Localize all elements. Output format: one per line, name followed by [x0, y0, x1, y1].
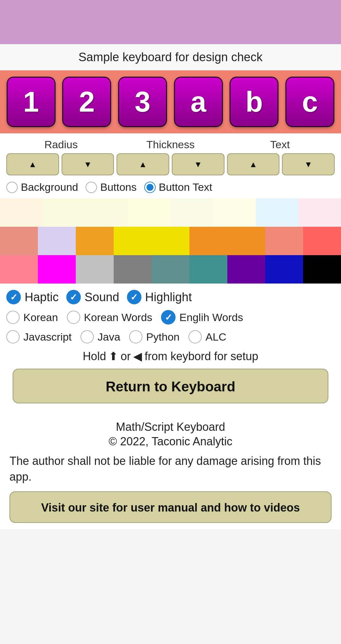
java-radio[interactable] — [81, 330, 94, 343]
buttons-radio-label: Buttons — [100, 181, 136, 193]
radius-up-button[interactable]: ▲ — [6, 153, 59, 175]
color-cell[interactable] — [265, 227, 303, 255]
color-cell[interactable] — [303, 227, 341, 255]
thickness-down-button[interactable]: ▼ — [172, 153, 224, 175]
background-radio-circle[interactable] — [6, 182, 18, 193]
palette-row-3 — [0, 255, 341, 284]
python-option[interactable]: Python — [129, 330, 180, 343]
javascript-radio[interactable] — [6, 330, 20, 343]
button-text-radio-circle[interactable] — [144, 182, 156, 193]
thickness-up-button[interactable]: ▲ — [117, 153, 169, 175]
highlight-checkbox[interactable] — [127, 290, 141, 304]
background-radio-option[interactable]: Background — [6, 181, 78, 193]
button-text-radio-label: Button Text — [159, 181, 212, 193]
sample-text: Sample keyboard for design check — [79, 50, 263, 64]
footer-disclaimer: The author shall not be liable for any d… — [9, 453, 332, 485]
haptic-option[interactable]: Haptic — [6, 290, 59, 304]
java-option[interactable]: Java — [81, 330, 120, 343]
color-cell[interactable] — [213, 198, 256, 227]
color-cell[interactable] — [265, 255, 303, 284]
thickness-label: Thickness — [116, 138, 225, 151]
python-label: Python — [146, 331, 180, 343]
return-to-keyboard-button[interactable]: Return to Keyboard — [13, 369, 328, 403]
radius-down-button[interactable]: ▼ — [62, 153, 114, 175]
haptic-label: Haptic — [25, 290, 59, 304]
radius-label: Radius — [6, 138, 116, 151]
korean-label: Korean — [23, 311, 58, 324]
color-cell[interactable] — [0, 198, 43, 227]
color-cell[interactable] — [152, 227, 189, 255]
footer-title: Math/Script Keyboard — [9, 420, 332, 434]
color-cell[interactable] — [43, 198, 85, 227]
color-palette — [0, 198, 341, 284]
color-cell[interactable] — [38, 227, 76, 255]
haptic-checkbox[interactable] — [6, 290, 21, 304]
visit-site-button[interactable]: Visit our site for user manual and how t… — [9, 491, 332, 523]
korean-radio[interactable] — [6, 311, 20, 324]
key-a[interactable]: a — [174, 77, 223, 127]
korean-words-label: Korean Words — [84, 311, 153, 324]
footer-section: Math/Script Keyboard © 2022, Taconic Ana… — [0, 417, 341, 529]
color-cell[interactable] — [189, 227, 227, 255]
color-cell[interactable] — [170, 198, 213, 227]
up-arrow-icon: ⬆ — [109, 350, 118, 363]
color-cell[interactable] — [114, 227, 152, 255]
script-row: Javascript Java Python ALC — [6, 330, 335, 343]
python-radio[interactable] — [129, 330, 142, 343]
text-label: Text — [225, 138, 335, 151]
footer-copyright: © 2022, Taconic Analytic — [9, 435, 332, 448]
sound-option[interactable]: Sound — [66, 290, 119, 304]
checkboxes-section: Haptic Sound Highlight Korean Korean Wor… — [0, 284, 341, 417]
hold-instruction: Hold ⬆ or ◀ from keybord for setup — [6, 350, 335, 363]
or-text: or — [121, 350, 131, 363]
alc-option[interactable]: ALC — [188, 330, 226, 343]
color-cell[interactable] — [76, 227, 114, 255]
palette-row-1 — [0, 198, 341, 227]
sound-label: Sound — [85, 290, 119, 304]
key-2[interactable]: 2 — [62, 77, 111, 127]
language-row: Korean Korean Words Englih Words — [6, 310, 335, 325]
button-text-radio-option[interactable]: Button Text — [144, 181, 212, 193]
alc-label: ALC — [206, 331, 226, 343]
english-words-label: Englih Words — [179, 311, 243, 324]
color-cell[interactable] — [303, 255, 341, 284]
color-cell[interactable] — [227, 255, 265, 284]
color-cell[interactable] — [85, 198, 128, 227]
slider-labels: Radius Thickness Text — [6, 138, 335, 151]
color-cell[interactable] — [114, 255, 152, 284]
key-3[interactable]: 3 — [118, 77, 167, 127]
color-cell[interactable] — [298, 198, 341, 227]
color-cell[interactable] — [0, 255, 38, 284]
key-1[interactable]: 1 — [7, 77, 56, 127]
arrow-row: ▲ ▼ ▲ ▼ ▲ ▼ — [6, 153, 335, 175]
background-radio-label: Background — [21, 181, 78, 193]
sample-text-area: Sample keyboard for design check — [0, 44, 341, 70]
sound-checkbox[interactable] — [66, 290, 81, 304]
text-down-button[interactable]: ▼ — [282, 153, 335, 175]
hold-from-text: from keybord for setup — [145, 350, 258, 363]
javascript-label: Javascript — [23, 331, 72, 343]
color-cell[interactable] — [128, 198, 170, 227]
korean-words-option[interactable]: Korean Words — [67, 311, 153, 324]
buttons-radio-circle[interactable] — [86, 182, 97, 193]
color-cell[interactable] — [256, 198, 298, 227]
key-b[interactable]: b — [230, 77, 278, 127]
hold-text: Hold — [83, 350, 106, 363]
key-c[interactable]: c — [285, 77, 334, 127]
korean-option[interactable]: Korean — [6, 311, 58, 324]
highlight-label: Highlight — [145, 290, 192, 304]
javascript-option[interactable]: Javascript — [6, 330, 72, 343]
color-cell[interactable] — [189, 255, 227, 284]
highlight-option[interactable]: Highlight — [127, 290, 192, 304]
color-cell[interactable] — [227, 227, 265, 255]
color-cell[interactable] — [38, 255, 76, 284]
english-words-option[interactable]: Englih Words — [161, 310, 243, 325]
korean-words-radio[interactable] — [67, 311, 80, 324]
color-cell[interactable] — [76, 255, 114, 284]
buttons-radio-option[interactable]: Buttons — [86, 181, 136, 193]
english-words-radio[interactable] — [161, 310, 176, 325]
color-cell[interactable] — [152, 255, 189, 284]
color-cell[interactable] — [0, 227, 38, 255]
alc-radio[interactable] — [188, 330, 202, 343]
text-up-button[interactable]: ▲ — [227, 153, 280, 175]
